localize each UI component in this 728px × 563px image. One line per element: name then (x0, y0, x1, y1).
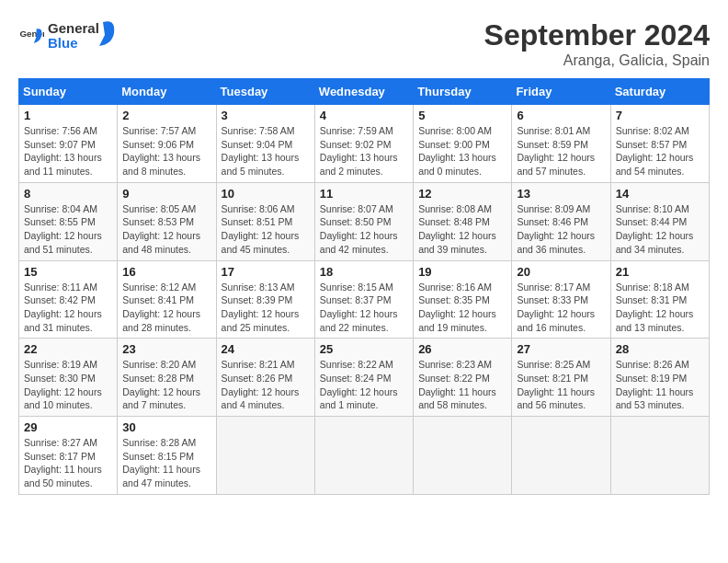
day-cell: 25Sunrise: 8:22 AM Sunset: 8:24 PM Dayli… (314, 339, 413, 417)
day-cell: 8Sunrise: 8:04 AM Sunset: 8:55 PM Daylig… (19, 182, 118, 260)
day-detail: Sunrise: 8:22 AM Sunset: 8:24 PM Dayligh… (320, 358, 408, 412)
day-detail: Sunrise: 8:28 AM Sunset: 8:15 PM Dayligh… (122, 436, 210, 490)
day-detail: Sunrise: 8:05 AM Sunset: 8:53 PM Dayligh… (122, 202, 210, 257)
day-detail: Sunrise: 8:25 AM Sunset: 8:21 PM Dayligh… (517, 358, 605, 412)
day-detail: Sunrise: 8:08 AM Sunset: 8:48 PM Dayligh… (418, 202, 506, 257)
day-number: 6 (517, 109, 605, 122)
day-number: 21 (616, 265, 704, 279)
day-detail: Sunrise: 8:06 AM Sunset: 8:51 PM Dayligh… (222, 202, 310, 257)
day-cell: 17Sunrise: 8:13 AM Sunset: 8:39 PM Dayli… (216, 260, 314, 339)
day-cell: 30Sunrise: 8:28 AM Sunset: 8:15 PM Dayli… (118, 417, 216, 495)
day-detail: Sunrise: 8:04 AM Sunset: 8:55 PM Dayligh… (24, 202, 112, 257)
day-number: 25 (320, 342, 408, 356)
day-cell: 19Sunrise: 8:16 AM Sunset: 8:35 PM Dayli… (414, 260, 512, 339)
day-number: 18 (320, 265, 408, 279)
day-number: 29 (24, 420, 112, 434)
week-row-3: 15Sunrise: 8:11 AM Sunset: 8:42 PM Dayli… (19, 260, 710, 339)
day-number: 28 (616, 342, 704, 356)
day-number: 2 (122, 109, 210, 122)
day-cell (610, 417, 709, 495)
day-number: 8 (24, 187, 112, 201)
day-cell: 28Sunrise: 8:26 AM Sunset: 8:19 PM Dayli… (610, 339, 709, 417)
logo-wordmark: General Blue (48, 18, 131, 55)
day-cell: 4Sunrise: 7:59 AM Sunset: 9:02 PM Daylig… (314, 105, 413, 183)
day-number: 5 (418, 109, 506, 122)
day-number: 24 (222, 342, 310, 356)
day-cell: 24Sunrise: 8:21 AM Sunset: 8:26 PM Dayli… (216, 339, 314, 417)
day-number: 15 (24, 265, 112, 279)
day-cell: 18Sunrise: 8:15 AM Sunset: 8:37 PM Dayli… (314, 260, 413, 339)
day-cell: 26Sunrise: 8:23 AM Sunset: 8:22 PM Dayli… (414, 339, 512, 417)
title-block: September 2024 Aranga, Galicia, Spain (484, 18, 710, 69)
day-number: 17 (222, 265, 310, 279)
day-cell: 7Sunrise: 8:02 AM Sunset: 8:57 PM Daylig… (610, 105, 709, 183)
day-detail: Sunrise: 8:18 AM Sunset: 8:31 PM Dayligh… (616, 281, 704, 335)
day-detail: Sunrise: 8:12 AM Sunset: 8:41 PM Dayligh… (122, 281, 210, 335)
day-number: 13 (517, 187, 605, 201)
day-detail: Sunrise: 8:15 AM Sunset: 8:37 PM Dayligh… (320, 281, 408, 335)
day-cell: 22Sunrise: 8:19 AM Sunset: 8:30 PM Dayli… (19, 339, 118, 417)
day-cell: 2Sunrise: 7:57 AM Sunset: 9:06 PM Daylig… (118, 105, 216, 183)
day-cell: 15Sunrise: 8:11 AM Sunset: 8:42 PM Dayli… (19, 260, 118, 339)
header-row: SundayMondayTuesdayWednesdayThursdayFrid… (19, 79, 710, 105)
day-number: 14 (616, 187, 704, 201)
day-number: 16 (122, 265, 210, 279)
logo-icon: General (18, 24, 44, 50)
week-row-2: 8Sunrise: 8:04 AM Sunset: 8:55 PM Daylig… (19, 182, 710, 260)
day-cell: 11Sunrise: 8:07 AM Sunset: 8:50 PM Dayli… (314, 182, 413, 260)
day-detail: Sunrise: 8:19 AM Sunset: 8:30 PM Dayligh… (24, 358, 112, 412)
day-detail: Sunrise: 8:11 AM Sunset: 8:42 PM Dayligh… (24, 281, 112, 335)
day-cell: 16Sunrise: 8:12 AM Sunset: 8:41 PM Dayli… (118, 260, 216, 339)
page-header: General General Blue September 2024 Aran… (18, 18, 710, 69)
column-header-wednesday: Wednesday (314, 79, 413, 105)
day-cell: 13Sunrise: 8:09 AM Sunset: 8:46 PM Dayli… (512, 182, 610, 260)
day-detail: Sunrise: 8:23 AM Sunset: 8:22 PM Dayligh… (418, 358, 506, 412)
day-detail: Sunrise: 8:26 AM Sunset: 8:19 PM Dayligh… (616, 358, 704, 412)
day-number: 23 (122, 342, 210, 356)
day-number: 3 (222, 109, 310, 122)
day-number: 4 (320, 109, 408, 122)
day-detail: Sunrise: 7:59 AM Sunset: 9:02 PM Dayligh… (320, 124, 408, 178)
day-detail: Sunrise: 8:17 AM Sunset: 8:33 PM Dayligh… (517, 281, 605, 335)
calendar-table: SundayMondayTuesdayWednesdayThursdayFrid… (18, 78, 710, 495)
day-number: 20 (517, 265, 605, 279)
day-number: 11 (320, 187, 408, 201)
location-title: Aranga, Galicia, Spain (484, 52, 710, 69)
week-row-5: 29Sunrise: 8:27 AM Sunset: 8:17 PM Dayli… (19, 417, 710, 495)
day-detail: Sunrise: 8:21 AM Sunset: 8:26 PM Dayligh… (222, 358, 310, 412)
day-number: 30 (122, 420, 210, 434)
day-cell: 21Sunrise: 8:18 AM Sunset: 8:31 PM Dayli… (610, 260, 709, 339)
day-number: 10 (222, 187, 310, 201)
day-cell (314, 417, 413, 495)
day-detail: Sunrise: 8:27 AM Sunset: 8:17 PM Dayligh… (24, 436, 112, 490)
day-cell: 29Sunrise: 8:27 AM Sunset: 8:17 PM Dayli… (19, 417, 118, 495)
day-cell (216, 417, 314, 495)
day-number: 27 (517, 342, 605, 356)
day-number: 26 (418, 342, 506, 356)
column-header-saturday: Saturday (610, 79, 709, 105)
day-detail: Sunrise: 7:56 AM Sunset: 9:07 PM Dayligh… (24, 124, 112, 178)
day-cell: 20Sunrise: 8:17 AM Sunset: 8:33 PM Dayli… (512, 260, 610, 339)
day-cell: 9Sunrise: 8:05 AM Sunset: 8:53 PM Daylig… (118, 182, 216, 260)
week-row-4: 22Sunrise: 8:19 AM Sunset: 8:30 PM Dayli… (19, 339, 710, 417)
day-detail: Sunrise: 8:20 AM Sunset: 8:28 PM Dayligh… (122, 358, 210, 412)
day-cell: 1Sunrise: 7:56 AM Sunset: 9:07 PM Daylig… (19, 105, 118, 183)
day-detail: Sunrise: 8:02 AM Sunset: 8:57 PM Dayligh… (616, 124, 704, 178)
day-detail: Sunrise: 8:09 AM Sunset: 8:46 PM Dayligh… (517, 202, 605, 257)
day-cell: 3Sunrise: 7:58 AM Sunset: 9:04 PM Daylig… (216, 105, 314, 183)
day-cell: 23Sunrise: 8:20 AM Sunset: 8:28 PM Dayli… (118, 339, 216, 417)
logo: General General Blue (18, 18, 131, 55)
day-cell (414, 417, 512, 495)
day-detail: Sunrise: 7:57 AM Sunset: 9:06 PM Dayligh… (122, 124, 210, 178)
day-cell: 5Sunrise: 8:00 AM Sunset: 9:00 PM Daylig… (414, 105, 512, 183)
column-header-friday: Friday (512, 79, 610, 105)
day-detail: Sunrise: 8:01 AM Sunset: 8:59 PM Dayligh… (517, 124, 605, 178)
day-cell: 12Sunrise: 8:08 AM Sunset: 8:48 PM Dayli… (414, 182, 512, 260)
month-title: September 2024 (484, 18, 710, 52)
day-detail: Sunrise: 8:16 AM Sunset: 8:35 PM Dayligh… (418, 281, 506, 335)
day-cell (512, 417, 610, 495)
day-number: 12 (418, 187, 506, 201)
day-detail: Sunrise: 8:10 AM Sunset: 8:44 PM Dayligh… (616, 202, 704, 257)
day-detail: Sunrise: 8:00 AM Sunset: 9:00 PM Dayligh… (418, 124, 506, 178)
column-header-thursday: Thursday (414, 79, 512, 105)
